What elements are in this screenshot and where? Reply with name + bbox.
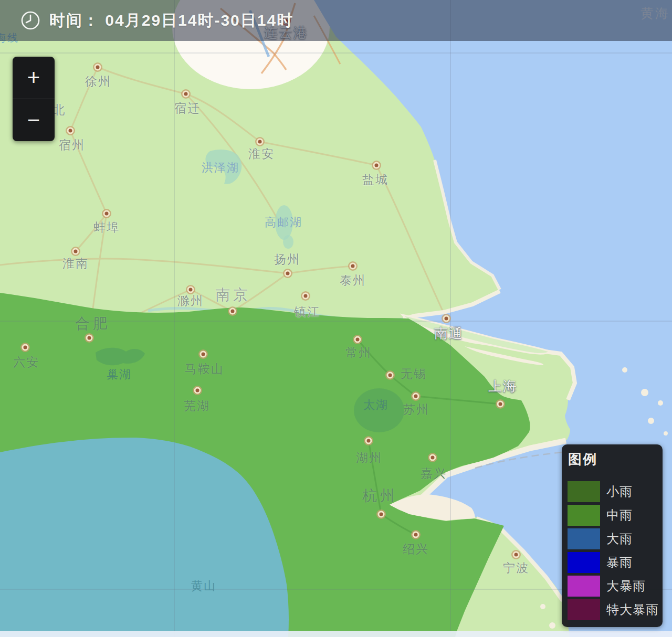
city-label: 南通 <box>434 324 464 343</box>
city-marker <box>285 270 291 277</box>
legend-swatch-rainstorm <box>568 552 600 573</box>
city-label: 宁波 <box>503 560 529 576</box>
city-marker <box>302 293 309 300</box>
legend-row: 小雨 <box>568 481 663 502</box>
city-label: 杭州 <box>362 486 398 506</box>
city-marker <box>413 532 419 538</box>
city-label: 宿州 <box>59 137 85 153</box>
city-marker <box>229 308 236 315</box>
city-marker <box>497 401 504 408</box>
city-marker <box>86 335 93 342</box>
city-label: 镇江 <box>294 304 320 320</box>
forecast-time-range: 时间： 04月29日14时-30日14时 <box>49 10 293 31</box>
legend-swatch-heavy-rain <box>568 528 600 549</box>
city-label: 绍兴 <box>403 541 429 557</box>
city-label: 淮安 <box>248 146 275 162</box>
city-label: 常州 <box>345 345 372 361</box>
city-label: 泰州 <box>340 272 366 289</box>
legend-panel: 图例 小雨 中雨 大雨 暴雨 大暴雨 特大暴雨 <box>562 444 663 627</box>
legend-row: 暴雨 <box>568 552 663 573</box>
city-label: 太湖 <box>363 397 388 413</box>
city-label: 马鞍山 <box>185 361 224 377</box>
city-label: 高邮湖 <box>265 215 302 230</box>
city-label: 淮南 <box>62 256 89 272</box>
city-label: 黄山 <box>191 578 216 594</box>
city-marker <box>365 438 372 444</box>
city-label: 盐城 <box>362 172 388 188</box>
legend-swatch-heavy-rainstorm <box>568 576 600 597</box>
legend-swatch-moderate-rain <box>568 505 600 526</box>
zoom-control: + − <box>13 57 55 141</box>
city-label: 宿迁 <box>174 100 201 116</box>
city-marker <box>354 336 361 343</box>
map-tile-edge <box>0 631 672 637</box>
city-label: 扬州 <box>274 251 300 268</box>
city-marker <box>443 315 450 322</box>
city-marker <box>373 162 380 169</box>
legend-label: 小雨 <box>606 483 633 500</box>
city-label: 蚌埠 <box>93 219 120 236</box>
city-marker <box>257 139 264 145</box>
legend-label: 大雨 <box>606 530 633 547</box>
legend-row: 特大暴雨 <box>568 599 663 620</box>
city-label: 洪泽湖 <box>202 160 239 176</box>
city-marker <box>387 372 394 379</box>
clock-icon <box>20 10 41 31</box>
city-label: 无锡 <box>401 366 427 382</box>
zoom-out-button[interactable]: − <box>13 99 55 141</box>
legend-label: 大暴雨 <box>606 578 646 594</box>
legend-label: 中雨 <box>606 507 633 524</box>
city-marker <box>103 210 110 217</box>
city-label: 苏州 <box>403 401 429 418</box>
legend-row: 中雨 <box>568 505 663 526</box>
city-label: 南京 <box>215 285 251 305</box>
zoom-in-button[interactable]: + <box>13 57 55 99</box>
city-label: 滁州 <box>177 293 204 309</box>
legend-swatch-light-rain <box>568 481 600 502</box>
city-marker <box>67 128 74 134</box>
city-marker <box>413 393 419 400</box>
city-marker <box>513 551 520 558</box>
legend-label: 特大暴雨 <box>606 601 659 618</box>
city-label: 嘉兴 <box>421 465 447 482</box>
city-marker <box>94 64 101 71</box>
city-marker <box>429 454 436 461</box>
city-marker <box>378 511 385 518</box>
city-marker <box>194 387 201 394</box>
time-header-bar: 时间： 04月29日14时-30日14时 <box>0 0 672 41</box>
city-label: 北 <box>53 102 66 118</box>
lake-gaoyou <box>283 235 293 249</box>
city-marker <box>22 344 29 351</box>
city-label: 上海 <box>488 377 518 396</box>
legend-row: 大雨 <box>568 528 663 549</box>
city-marker <box>200 351 207 358</box>
city-label: 芜湖 <box>184 398 210 414</box>
legend-swatch-severe-rainstorm <box>568 599 600 620</box>
legend-row: 大暴雨 <box>568 576 663 597</box>
city-marker <box>350 263 356 270</box>
city-label: 徐州 <box>85 73 111 90</box>
city-label: 六安 <box>13 354 39 370</box>
legend-label: 暴雨 <box>606 554 633 571</box>
city-marker <box>183 91 190 98</box>
legend-title: 图例 <box>568 450 663 469</box>
city-label: 巢湖 <box>107 367 132 383</box>
weather-map-app: 连云港徐州宿迁北宿州淮安洪泽湖盐城蚌埠高邮湖淮南扬州泰州南京滁州镇江合肥南通六安… <box>0 0 672 637</box>
city-label: 湖州 <box>356 450 382 466</box>
city-marker <box>72 248 79 255</box>
city-label: 合肥 <box>75 314 111 334</box>
